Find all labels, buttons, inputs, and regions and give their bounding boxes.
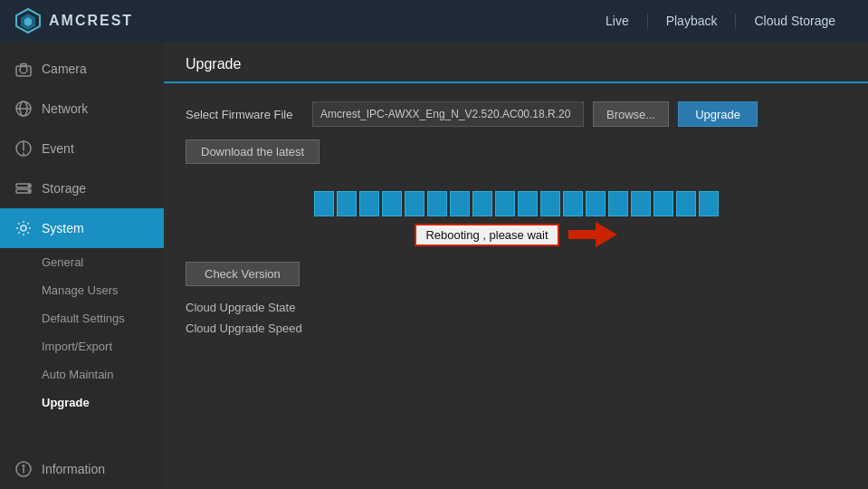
progress-block [699,191,719,216]
progress-block [450,191,470,216]
sidebar-sub-general[interactable]: General [0,248,164,276]
reboot-row: Rebooting , please wait [415,222,616,247]
cloud-upgrade-speed-row: Cloud Upgrade Speed [186,321,846,335]
network-icon [14,100,33,118]
main-area: Camera Network Event Storage [0,42,868,489]
sidebar-camera-label: Camera [42,62,87,76]
logo-area: AMCREST [14,7,133,34]
nav-cloud-storage[interactable]: Cloud Storage [736,14,854,28]
progress-block [563,191,583,216]
arrow-head [596,222,617,247]
progress-block [427,191,447,216]
sidebar-item-storage[interactable]: Storage [0,168,164,208]
progress-area: Rebooting , please wait [186,191,846,247]
system-icon [14,219,33,237]
svg-point-16 [23,465,24,467]
reboot-message: Rebooting , please wait [415,224,558,246]
sidebar-item-information[interactable]: Information [0,449,164,489]
arrow-indicator [568,222,617,247]
progress-block [382,191,402,216]
content-area: Upgrade Select Firmware File Browse... U… [164,42,868,489]
svg-point-12 [28,190,30,192]
amcrest-logo-icon [14,7,42,34]
sidebar-item-event[interactable]: Event [0,129,164,168]
sidebar-item-network[interactable]: Network [0,89,164,129]
sidebar-storage-label: Storage [42,181,86,196]
sidebar-sub-upgrade[interactable]: Upgrade [0,388,164,417]
sidebar-item-camera[interactable]: Camera [0,49,164,89]
progress-block [337,191,357,216]
sidebar: Camera Network Event Storage [0,42,164,489]
camera-icon [14,60,33,78]
cloud-upgrade-state-row: Cloud Upgrade State [186,301,846,314]
sidebar-event-label: Event [42,141,74,156]
nav-live[interactable]: Live [587,14,648,28]
upgrade-button[interactable]: Upgrade [678,101,758,127]
sidebar-sub-auto-maintain[interactable]: Auto Maintain [0,360,164,388]
progress-block [314,191,334,216]
download-row: Download the latest [186,139,846,182]
logo-text: AMCREST [49,13,133,29]
sidebar-system-label: System [42,221,84,235]
firmware-label: Select Firmware File [186,108,303,121]
progress-block [676,191,696,216]
firmware-row: Select Firmware File Browse... Upgrade [186,101,846,127]
progress-block [405,191,424,216]
firmware-input[interactable] [312,101,584,127]
svg-point-3 [20,66,27,73]
info-icon [14,460,33,478]
check-version-row: Check Version [186,262,846,301]
sidebar-sub-manage-users[interactable]: Manage Users [0,276,164,304]
progress-block [608,191,628,216]
progress-block [495,191,515,216]
cloud-upgrade-state-label: Cloud Upgrade State [186,301,295,314]
progress-block [631,191,651,216]
page-title: Upgrade [186,56,241,83]
check-version-button[interactable]: Check Version [186,262,300,286]
page-header: Upgrade [164,42,868,83]
progress-bar [314,191,719,216]
sidebar-sub-default-settings[interactable]: Default Settings [0,304,164,332]
progress-block [472,191,492,216]
sidebar-item-system[interactable]: System [0,208,164,248]
sidebar-network-label: Network [42,101,88,116]
sidebar-information-label: Information [42,462,105,476]
svg-rect-4 [16,66,31,76]
nav-playback[interactable]: Playback [648,14,737,28]
svg-point-11 [28,185,30,187]
cloud-upgrade-speed-label: Cloud Upgrade Speed [186,321,302,335]
progress-block [586,191,606,216]
arrow-shaft [568,230,596,239]
progress-block [540,191,560,216]
storage-icon [14,179,33,197]
progress-block [359,191,379,216]
progress-block [653,191,673,216]
content-body: Select Firmware File Browse... Upgrade D… [164,83,868,360]
download-latest-button[interactable]: Download the latest [186,139,320,164]
top-nav: AMCREST Live Playback Cloud Storage [0,0,868,42]
progress-block [518,191,538,216]
browse-button[interactable]: Browse... [593,101,669,127]
nav-links: Live Playback Cloud Storage [587,14,854,28]
svg-point-13 [21,225,26,231]
event-icon [14,139,33,158]
sidebar-sub-import-export[interactable]: Import/Export [0,332,164,360]
